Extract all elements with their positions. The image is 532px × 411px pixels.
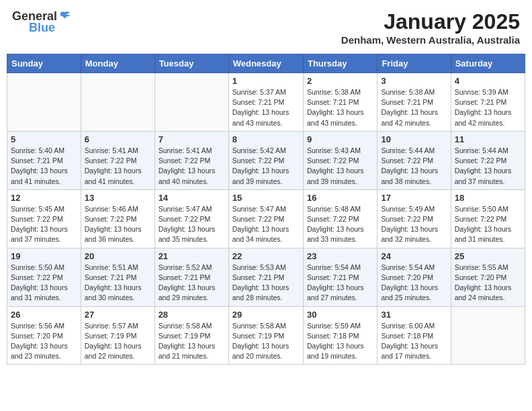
calendar-cell: 6Sunrise: 5:41 AM Sunset: 7:22 PM Daylig… xyxy=(81,131,154,189)
day-info: Sunrise: 5:44 AM Sunset: 7:22 PM Dayligh… xyxy=(455,146,521,187)
calendar-cell: 1Sunrise: 5:37 AM Sunset: 7:21 PM Daylig… xyxy=(228,73,303,132)
day-number: 22 xyxy=(232,251,300,261)
day-info: Sunrise: 5:41 AM Sunset: 7:22 PM Dayligh… xyxy=(85,146,151,187)
calendar-cell: 15Sunrise: 5:47 AM Sunset: 7:22 PM Dayli… xyxy=(228,189,303,248)
day-info: Sunrise: 5:53 AM Sunset: 7:21 PM Dayligh… xyxy=(232,263,300,304)
calendar-week-row: 1Sunrise: 5:37 AM Sunset: 7:21 PM Daylig… xyxy=(7,73,525,132)
calendar-cell: 26Sunrise: 5:56 AM Sunset: 7:20 PM Dayli… xyxy=(7,306,81,365)
weekday-header-friday: Friday xyxy=(378,54,451,73)
day-number: 24 xyxy=(381,251,447,261)
day-info: Sunrise: 5:57 AM Sunset: 7:19 PM Dayligh… xyxy=(85,321,151,362)
day-number: 14 xyxy=(159,193,225,203)
day-number: 13 xyxy=(85,193,151,203)
calendar-cell xyxy=(154,73,228,132)
calendar-cell: 24Sunrise: 5:54 AM Sunset: 7:20 PM Dayli… xyxy=(378,248,451,306)
calendar-cell: 29Sunrise: 5:58 AM Sunset: 7:19 PM Dayli… xyxy=(228,306,303,365)
day-number: 15 xyxy=(232,193,300,203)
day-number: 11 xyxy=(455,134,521,144)
calendar-cell: 27Sunrise: 5:57 AM Sunset: 7:19 PM Dayli… xyxy=(81,306,154,365)
day-number: 28 xyxy=(159,310,225,320)
day-number: 4 xyxy=(455,76,521,86)
logo: General Blue xyxy=(12,9,72,35)
calendar-cell: 31Sunrise: 6:00 AM Sunset: 7:18 PM Dayli… xyxy=(378,306,451,365)
day-number: 3 xyxy=(381,76,447,86)
day-number: 20 xyxy=(85,251,151,261)
weekday-header-sunday: Sunday xyxy=(7,54,81,73)
calendar-cell: 10Sunrise: 5:44 AM Sunset: 7:22 PM Dayli… xyxy=(378,131,451,189)
day-number: 18 xyxy=(455,193,521,203)
calendar-cell: 2Sunrise: 5:38 AM Sunset: 7:21 PM Daylig… xyxy=(303,73,377,132)
day-info: Sunrise: 5:59 AM Sunset: 7:18 PM Dayligh… xyxy=(307,321,373,362)
calendar-cell: 5Sunrise: 5:40 AM Sunset: 7:21 PM Daylig… xyxy=(7,131,81,189)
calendar-cell: 14Sunrise: 5:47 AM Sunset: 7:22 PM Dayli… xyxy=(154,189,228,248)
day-number: 31 xyxy=(381,310,447,320)
calendar-cell: 25Sunrise: 5:55 AM Sunset: 7:20 PM Dayli… xyxy=(451,248,525,306)
calendar-location: Denham, Western Australia, Australia xyxy=(341,34,520,46)
calendar-cell: 17Sunrise: 5:49 AM Sunset: 7:22 PM Dayli… xyxy=(378,189,451,248)
day-info: Sunrise: 5:39 AM Sunset: 7:21 PM Dayligh… xyxy=(455,87,521,128)
day-number: 5 xyxy=(11,134,77,144)
calendar-week-row: 5Sunrise: 5:40 AM Sunset: 7:21 PM Daylig… xyxy=(7,131,525,189)
day-info: Sunrise: 5:46 AM Sunset: 7:22 PM Dayligh… xyxy=(85,204,151,245)
calendar-cell: 13Sunrise: 5:46 AM Sunset: 7:22 PM Dayli… xyxy=(81,189,154,248)
weekday-header-monday: Monday xyxy=(81,54,154,73)
title-block: January 2025 Denham, Western Australia, … xyxy=(341,9,520,46)
day-info: Sunrise: 5:38 AM Sunset: 7:21 PM Dayligh… xyxy=(307,87,373,128)
weekday-header-saturday: Saturday xyxy=(451,54,525,73)
calendar-cell xyxy=(7,73,81,132)
day-info: Sunrise: 5:49 AM Sunset: 7:22 PM Dayligh… xyxy=(381,204,447,245)
calendar-cell: 21Sunrise: 5:52 AM Sunset: 7:21 PM Dayli… xyxy=(154,248,228,306)
day-info: Sunrise: 5:56 AM Sunset: 7:20 PM Dayligh… xyxy=(11,321,77,362)
day-number: 29 xyxy=(232,310,300,320)
calendar-cell: 22Sunrise: 5:53 AM Sunset: 7:21 PM Dayli… xyxy=(228,248,303,306)
calendar-cell: 11Sunrise: 5:44 AM Sunset: 7:22 PM Dayli… xyxy=(451,131,525,189)
calendar-title: January 2025 xyxy=(341,9,520,34)
day-info: Sunrise: 5:52 AM Sunset: 7:21 PM Dayligh… xyxy=(159,263,225,304)
weekday-header-wednesday: Wednesday xyxy=(228,54,303,73)
calendar-cell: 19Sunrise: 5:50 AM Sunset: 7:22 PM Dayli… xyxy=(7,248,81,306)
calendar-cell: 18Sunrise: 5:50 AM Sunset: 7:22 PM Dayli… xyxy=(451,189,525,248)
day-number: 17 xyxy=(381,193,447,203)
day-info: Sunrise: 5:50 AM Sunset: 7:22 PM Dayligh… xyxy=(11,263,77,304)
calendar-week-row: 12Sunrise: 5:45 AM Sunset: 7:22 PM Dayli… xyxy=(7,189,525,248)
day-info: Sunrise: 5:40 AM Sunset: 7:21 PM Dayligh… xyxy=(11,146,77,187)
day-number: 16 xyxy=(307,193,373,203)
day-info: Sunrise: 5:51 AM Sunset: 7:21 PM Dayligh… xyxy=(85,263,151,304)
day-info: Sunrise: 5:50 AM Sunset: 7:22 PM Dayligh… xyxy=(455,204,521,245)
day-info: Sunrise: 5:44 AM Sunset: 7:22 PM Dayligh… xyxy=(381,146,447,187)
day-number: 2 xyxy=(307,76,373,86)
day-info: Sunrise: 5:54 AM Sunset: 7:21 PM Dayligh… xyxy=(307,263,373,304)
day-info: Sunrise: 5:42 AM Sunset: 7:22 PM Dayligh… xyxy=(232,146,300,187)
day-info: Sunrise: 5:41 AM Sunset: 7:22 PM Dayligh… xyxy=(159,146,225,187)
day-number: 8 xyxy=(232,134,300,144)
day-number: 9 xyxy=(307,134,373,144)
calendar-cell xyxy=(451,306,525,365)
calendar-cell: 16Sunrise: 5:48 AM Sunset: 7:22 PM Dayli… xyxy=(303,189,377,248)
day-info: Sunrise: 6:00 AM Sunset: 7:18 PM Dayligh… xyxy=(381,321,447,362)
day-info: Sunrise: 5:58 AM Sunset: 7:19 PM Dayligh… xyxy=(159,321,225,362)
day-info: Sunrise: 5:48 AM Sunset: 7:22 PM Dayligh… xyxy=(307,204,373,245)
day-info: Sunrise: 5:45 AM Sunset: 7:22 PM Dayligh… xyxy=(11,204,77,245)
day-number: 19 xyxy=(11,251,77,261)
day-info: Sunrise: 5:38 AM Sunset: 7:21 PM Dayligh… xyxy=(381,87,447,128)
calendar-cell: 12Sunrise: 5:45 AM Sunset: 7:22 PM Dayli… xyxy=(7,189,81,248)
logo-blue: Blue xyxy=(29,21,55,35)
day-number: 25 xyxy=(455,251,521,261)
day-info: Sunrise: 5:47 AM Sunset: 7:22 PM Dayligh… xyxy=(232,204,300,245)
calendar-week-row: 26Sunrise: 5:56 AM Sunset: 7:20 PM Dayli… xyxy=(7,306,525,365)
calendar-cell: 8Sunrise: 5:42 AM Sunset: 7:22 PM Daylig… xyxy=(228,131,303,189)
calendar-cell: 3Sunrise: 5:38 AM Sunset: 7:21 PM Daylig… xyxy=(378,73,451,132)
logo-bird-icon xyxy=(57,11,72,23)
calendar-table: SundayMondayTuesdayWednesdayThursdayFrid… xyxy=(7,54,525,365)
page-header: General Blue January 2025 Denham, Wester… xyxy=(7,7,525,48)
day-info: Sunrise: 5:37 AM Sunset: 7:21 PM Dayligh… xyxy=(232,87,300,128)
day-number: 23 xyxy=(307,251,373,261)
calendar-cell: 9Sunrise: 5:43 AM Sunset: 7:22 PM Daylig… xyxy=(303,131,377,189)
day-number: 26 xyxy=(11,310,77,320)
day-number: 21 xyxy=(159,251,225,261)
calendar-cell xyxy=(81,73,154,132)
day-number: 7 xyxy=(159,134,225,144)
day-number: 12 xyxy=(11,193,77,203)
day-number: 10 xyxy=(381,134,447,144)
day-info: Sunrise: 5:43 AM Sunset: 7:22 PM Dayligh… xyxy=(307,146,373,187)
